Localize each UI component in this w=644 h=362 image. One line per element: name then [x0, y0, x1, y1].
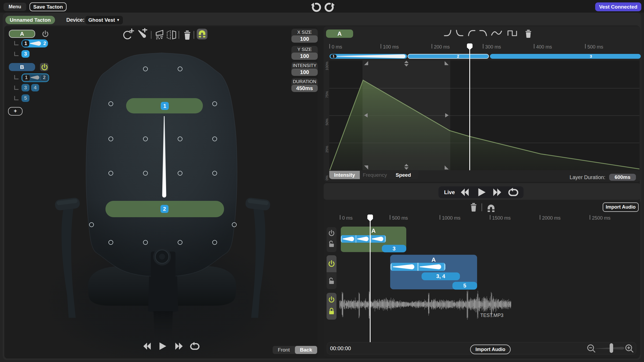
svg-text:1: 1 [163, 103, 166, 109]
svg-text:2: 2 [163, 206, 166, 212]
